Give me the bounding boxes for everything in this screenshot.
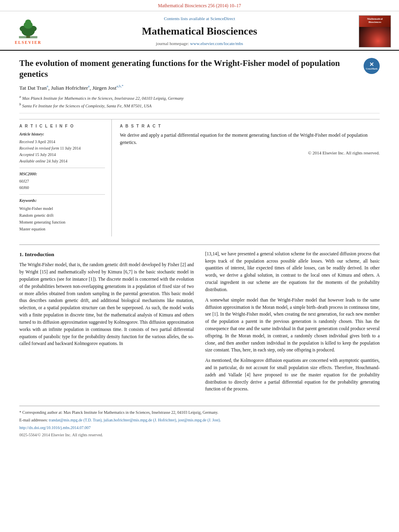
journal-title: Mathematical Biosciences (48, 24, 351, 39)
body-column-right: [13,14], we have presented a general sol… (205, 251, 380, 396)
author-1: Tat Dat Tran (19, 85, 47, 91)
authors-list: Tat Dat Trana, Julian Hofrichtera, Jürge… (19, 84, 380, 92)
footer-corresponding-note: * Corresponding author at: Max Planck In… (19, 409, 380, 415)
abstract-copyright: © 2014 Elsevier Inc. All rights reserved… (120, 150, 380, 156)
affiliation-b: b Santa Fe Institute for the Sciences of… (19, 102, 380, 109)
msc-code-1: 60J27 (19, 178, 105, 185)
keyword-2: Random genetic drift (19, 212, 105, 219)
keyword-3: Moment generating function (19, 219, 105, 226)
article-title-section: The evolution of moment generating funct… (19, 51, 380, 113)
article-info-column: A R T I C L E I N F O Article history: R… (19, 119, 112, 236)
email-links[interactable]: trandat@mis.mpg.de (T.D. Tran), julian.h… (49, 418, 221, 422)
article-info-title: A R T I C L E I N F O (19, 123, 105, 129)
journal-header-center: Contents lists available at ScienceDirec… (48, 16, 351, 47)
two-column-section: A R T I C L E I N F O Article history: R… (19, 119, 380, 236)
intro-paragraph-right-2: A somewhat simpler model than the Wright… (205, 297, 380, 354)
elsevier-logo: ELSEVIER (8, 17, 48, 46)
top-bar: Mathematical Biosciences 256 (2014) 10–1… (0, 0, 399, 11)
journal-reference: Mathematical Biosciences 256 (2014) 10–1… (158, 3, 241, 8)
history-accepted: Accepted 15 July 2014 (19, 152, 105, 158)
doi-link[interactable]: http://dx.doi.org/10.1016/j.mbs.2014.07.… (19, 425, 90, 430)
article-content: The evolution of moment generating funct… (0, 51, 399, 438)
author-2: Julian Hofrichter (51, 85, 88, 91)
author-3: Jürgen Jost (92, 85, 116, 91)
publisher-logo-area: ELSEVIER (8, 17, 48, 46)
svg-rect-6 (19, 36, 37, 39)
footer-issn: 0025-5564/© 2014 Elsevier Inc. All right… (19, 432, 380, 438)
article-body: 1. Introduction The Wright-Fisher model,… (19, 244, 380, 396)
affiliation-a: a Max Planck Institute for Mathematics i… (19, 94, 380, 101)
journal-thumbnail-area: MathematicalBiosciences (351, 15, 391, 47)
thumbnail-image (359, 27, 391, 47)
msc-code-2: 60J60 (19, 185, 105, 191)
body-column-left: 1. Introduction The Wright-Fisher model,… (19, 251, 194, 396)
sciencedirect-anchor[interactable]: ScienceDirect (210, 16, 235, 21)
crossmark-label: CrossMark (366, 68, 377, 70)
crossmark-badge[interactable]: ✕ CrossMark (364, 58, 380, 74)
homepage-link[interactable]: www.elsevier.com/locate/mbs (190, 41, 243, 46)
crossmark-icon: ✕ (366, 62, 377, 68)
msc-label: MSC2000: (19, 171, 105, 177)
keyword-1: Wright-Fisher model (19, 205, 105, 212)
footer-emails: E-mail addresses: trandat@mis.mpg.de (T.… (19, 417, 380, 423)
sciencedirect-link: Contents lists available at ScienceDirec… (48, 16, 351, 22)
keywords-label: Keywords: (19, 198, 105, 204)
affiliations: a Max Planck Institute for Mathematics i… (19, 94, 380, 109)
intro-paragraph-right-3: As mentioned, the Kolmogorov diffusion e… (205, 357, 380, 393)
divider-2 (19, 194, 105, 195)
journal-header: ELSEVIER Contents lists available at Sci… (0, 11, 399, 51)
journal-thumbnail: MathematicalBiosciences (359, 15, 391, 47)
intro-paragraph-right-1: [13,14], we have presented a general sol… (205, 251, 380, 294)
abstract-title: A B S T R A C T (120, 123, 380, 129)
article-title: The evolution of moment generating funct… (19, 58, 357, 80)
svg-point-5 (25, 19, 31, 25)
history-label: Article history: (19, 131, 105, 138)
section-1-heading: 1. Introduction (19, 251, 194, 259)
divider-1 (19, 168, 105, 168)
intro-paragraph-left: The Wright-Fisher model, that is, the ra… (19, 261, 194, 347)
history-revised: Received in revised form 11 July 2014 (19, 145, 105, 152)
footer-doi: http://dx.doi.org/10.1016/j.mbs.2014.07.… (19, 425, 380, 431)
article-footer: * Corresponding author at: Max Planck In… (19, 406, 380, 438)
elsevier-tree-icon (14, 17, 42, 39)
journal-homepage: journal homepage: www.elsevier.com/locat… (48, 41, 351, 47)
abstract-text: We derive and apply a partial differenti… (120, 131, 380, 146)
elsevier-label: ELSEVIER (15, 40, 42, 46)
history-received: Received 3 April 2014 (19, 139, 105, 145)
thumbnail-label: MathematicalBiosciences (360, 17, 390, 24)
history-available: Available online 24 July 2014 (19, 158, 105, 164)
keyword-4: Master equation (19, 226, 105, 232)
abstract-column: A B S T R A C T We derive and apply a pa… (112, 119, 380, 236)
